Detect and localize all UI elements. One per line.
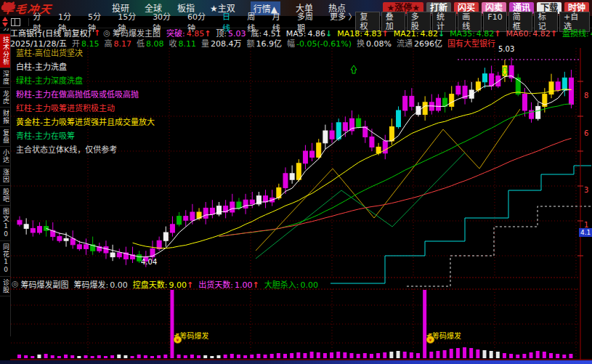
sub-indicator-values: 筹码爆发:0.00控盘天数:9.00↑出货天数:1.00↑大胆杀入:0.00 [74,278,323,290]
burst-marker: ¥★筹码爆发 [426,333,461,340]
axis-price-label: 3 [584,186,592,194]
bottom-scroll-strip[interactable] [0,360,592,364]
axis-price-label: 1 [584,221,592,229]
legend-line: 白柱-主力洗盘 [16,60,155,74]
legend-line: 黄金柱-主力吸筹进货强并且成交量放大 [16,116,155,129]
svg-text:¥: ¥ [429,337,432,342]
value-field: 控盘天数:9.00↑ [133,280,193,290]
current-price-tag: 4.1 [579,228,592,237]
low-price-annotation: 4.04 [141,258,157,266]
high-price-annotation: 5.03 [498,45,514,53]
chart-legend: 蓝柱-高位出货坚决白柱-主力洗盘绿柱-主力深度洗盘粉柱-主力在做高抛低吸或低吸高… [16,46,155,157]
sub-indicator-title: 筹码爆发副图 [21,278,69,290]
svg-text:¥: ¥ [177,337,179,342]
trading-app-window: 华毛冲天 投研全球板指★主双行情▲大单热点 ★涨停★打新闪买闪卖通讯下载时钟 分… [0,0,592,364]
collapse-icon[interactable]: ◎ [12,279,19,288]
legend-line: 主合状态立体K线，仅供参考 [16,143,155,157]
burst-marker: ¥★筹码爆发 [173,333,208,340]
bull-icon [0,0,16,12]
value-field: 大胆杀入:0.00 [264,280,318,290]
sub-panel-header: ◎ 筹码爆发副图 筹码爆发:0.00控盘天数:9.00↑出货天数:1.00↑大胆… [12,279,589,288]
legend-line: 红柱-主力吸筹进货积极主动 [16,102,155,116]
axis-price-label: 6 [584,129,592,137]
legend-line: 粉柱-主力在做高抛低吸或低吸高抛 [16,88,155,102]
money-bag-icon: ¥ [173,333,182,344]
legend-line: 绿柱-主力深度洗盘 [16,74,155,88]
value-field: 出货天数:1.00↑ [198,280,259,290]
legend-line: 青柱-主力在吸筹 [16,129,155,143]
value-field: 筹码爆发:0.00 [74,280,128,290]
money-bag-icon: ¥ [426,333,435,344]
axis-price-label: 8 [584,92,592,100]
legend-line: 蓝柱-高位出货坚决 [16,46,155,60]
